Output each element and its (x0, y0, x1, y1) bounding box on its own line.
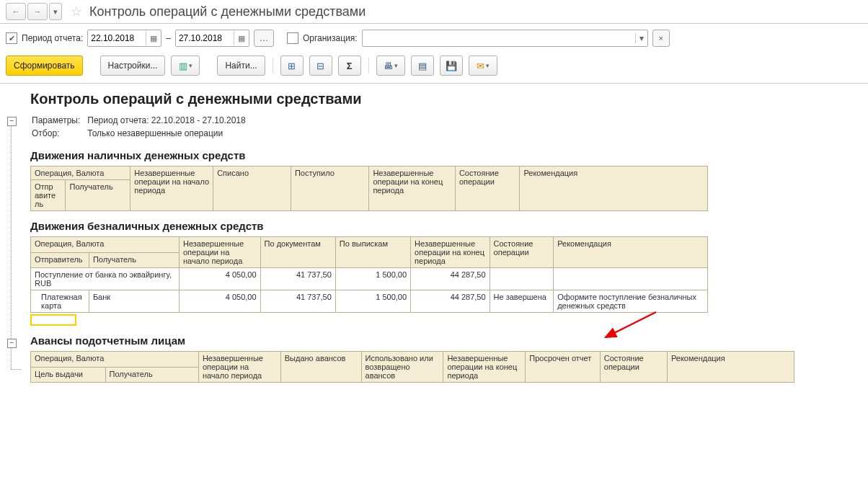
col-recommend: Рекомендация (520, 166, 708, 211)
page-title: Контроль операций с денежными средствами (89, 4, 366, 19)
calendar-icon[interactable]: ▦ (146, 31, 161, 45)
org-clear-button[interactable]: × (652, 30, 670, 47)
outline-rail: − − (7, 88, 22, 393)
col-issued: Выдано авансов (280, 352, 361, 383)
report-params: Параметры: Период отчета: 22.10.2018 - 2… (30, 113, 253, 141)
table-row[interactable]: Поступление от банка по эквайрингу, RUB … (31, 268, 708, 290)
cell-end: 44 287,50 (411, 290, 490, 313)
col-operation: Операция, Валюта (31, 166, 130, 180)
advances-section-title: Авансы подотчетным лицам (30, 334, 861, 347)
cash-table: Операция, Валюта Незавершенные операции … (30, 166, 708, 211)
date-to-field[interactable]: ▦ (175, 30, 249, 47)
cell-recommend: Оформите поступление безналичных денежны… (554, 290, 708, 313)
expand-all-button[interactable]: ⊞ (280, 55, 304, 76)
nav-back-button[interactable]: ← (6, 3, 26, 20)
col-unfinished-start: Незавершенные операции на начало периода (198, 352, 280, 383)
cell-recommend (554, 268, 708, 290)
selection-highlight (30, 314, 76, 326)
col-state: Состояние операции (455, 166, 520, 211)
collapse-all-button[interactable]: ⊟ (309, 55, 332, 76)
cell-end: 44 287,50 (411, 268, 490, 290)
cell-stmts: 1 500,00 (335, 290, 410, 313)
col-unfinished-end: Незавершенные операции на конец периода (411, 237, 490, 268)
nav-forward-button[interactable]: → (27, 3, 48, 20)
col-overdue: Просрочен отчет (526, 352, 601, 383)
settings-button[interactable]: Настройки... (100, 55, 166, 76)
table-header-row: Операция, Валюта Незавершенные операции … (31, 166, 708, 180)
filter-bar: ✔ Период отчета: ▦ – ▦ … ✔ Организация: … (0, 24, 868, 53)
col-receiver: Получатель (89, 252, 179, 268)
org-label: Организация: (303, 33, 358, 43)
generate-button[interactable]: Сформировать (6, 55, 83, 76)
col-state: Состояние операции (490, 237, 554, 268)
cell-docs: 41 737,50 (260, 290, 335, 313)
col-unfinished-start: Незавершенные операции на начало периода (180, 237, 261, 268)
table-header-row: Операция, Валюта Незавершенные операции … (31, 237, 708, 253)
period-picker-button[interactable]: … (254, 30, 274, 47)
col-state: Состояние операции (600, 352, 667, 383)
date-dash: – (166, 33, 171, 43)
col-unfinished-end: Незавершенные операции на конец периода (369, 166, 456, 211)
org-checkbox[interactable]: ✔ (287, 32, 298, 44)
org-input[interactable] (363, 31, 635, 45)
date-from-field[interactable]: ▦ (87, 30, 161, 47)
col-receiver: Получатель (105, 367, 198, 383)
org-dropdown-icon[interactable]: ▾ (635, 33, 647, 43)
col-recommend: Рекомендация (667, 352, 794, 383)
separator (273, 58, 273, 74)
col-statements: По выпискам (335, 237, 410, 268)
noncash-table: Операция, Валюта Незавершенные операции … (30, 236, 708, 313)
noncash-section-title: Движения безналичных денежных средств (30, 220, 861, 232)
col-written: Списано (213, 166, 291, 211)
cell-stmts: 1 500,00 (335, 268, 410, 290)
params-label: Параметры: (32, 115, 86, 126)
cash-section-title: Движения наличных денежных средств (30, 149, 861, 161)
settings-variants-button[interactable]: ▥▾ (171, 55, 200, 76)
find-button[interactable]: Найти... (217, 55, 265, 76)
outline-toggle[interactable]: − (7, 339, 17, 348)
calendar-icon[interactable]: ▦ (234, 31, 249, 45)
svg-line-0 (606, 312, 656, 337)
print-button[interactable]: 🖶▾ (376, 55, 405, 76)
outline-toggle[interactable]: − (7, 117, 17, 126)
org-field[interactable]: ▾ (362, 30, 648, 47)
col-unfinished-start: Незавершенные операции на начало периода (130, 166, 213, 211)
col-operation: Операция, Валюта (31, 352, 199, 368)
col-used: Использовано или возвращено авансов (361, 352, 443, 383)
cell-state: Не завершена (490, 290, 554, 313)
col-unfinished-end: Незавершенные операции на конец периода (443, 352, 526, 383)
sum-button[interactable]: Σ (338, 55, 361, 76)
col-operation: Операция, Валюта (31, 237, 180, 253)
col-received: Поступило (291, 166, 368, 211)
cell-start: 4 050,00 (180, 290, 261, 313)
filter-value: Только незавершенные операции (87, 128, 251, 139)
table-row[interactable]: Платежная карта Банк 4 050,00 41 737,50 … (31, 290, 708, 313)
cell-state (490, 268, 554, 290)
separator (368, 58, 369, 74)
col-receiver: Получатель (66, 180, 130, 211)
table-header-row: Операция, Валюта Незавершенные операции … (31, 352, 794, 368)
nav-history-dropdown[interactable]: ▾ (49, 3, 62, 20)
cell-operation: Поступление от банка по эквайрингу, RUB (31, 268, 180, 290)
report-title: Контроль операций с денежными средствами (30, 91, 861, 107)
filter-label: Отбор: (32, 128, 86, 139)
col-sender: Отпр авите ль (31, 180, 66, 211)
date-from-input[interactable] (88, 31, 146, 45)
date-to-input[interactable] (176, 31, 234, 45)
cell-start: 4 050,00 (180, 268, 261, 290)
report-content: Контроль операций с денежными средствами… (23, 84, 868, 393)
save-button[interactable]: 💾 (440, 55, 463, 76)
favorite-star-icon[interactable]: ☆ (71, 4, 82, 19)
toolbar: Сформировать Настройки... ▥▾ Найти... ⊞ … (0, 53, 868, 83)
print-preview-button[interactable]: ▤ (411, 55, 434, 76)
cell-receiver: Банк (89, 290, 179, 313)
col-docs: По документам (260, 237, 335, 268)
period-label: Период отчета: (22, 33, 83, 43)
col-purpose: Цель выдачи (31, 367, 106, 383)
topbar: ← → ▾ ☆ Контроль операций с денежными ср… (0, 0, 868, 24)
period-checkbox[interactable]: ✔ (6, 32, 17, 44)
col-recommend: Рекомендация (554, 237, 708, 268)
cell-docs: 41 737,50 (260, 268, 335, 290)
col-sender: Отправитель (31, 252, 89, 268)
send-button[interactable]: ✉▾ (469, 55, 497, 76)
